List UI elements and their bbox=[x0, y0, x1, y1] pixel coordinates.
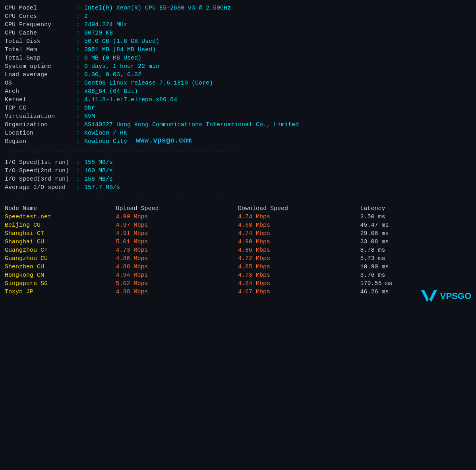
network-header-row: Node Name Upload Speed Download Speed La… bbox=[5, 204, 471, 213]
io-avg-value: 157.7 MB/s bbox=[84, 183, 471, 192]
download-speed-cell: 4.68 Mbps bbox=[238, 221, 360, 229]
kernel-row: Kernel : 4.11.8-1.el7.elrepo.x86_64 bbox=[5, 96, 471, 104]
total-swap-label: Total Swap bbox=[5, 54, 76, 62]
logo-container: VPSGO bbox=[5, 288, 471, 304]
network-row: Guangzhou CU4.86 Mbps4.72 Mbps5.73 ms bbox=[5, 254, 471, 263]
download-speed-cell: 4.90 Mbps bbox=[238, 238, 360, 246]
network-row: Hongkong CN4.94 Mbps4.73 Mbps3.76 ms bbox=[5, 271, 471, 279]
node-name-cell: Shanghai CT bbox=[5, 229, 116, 238]
io-run3-label: I/O Speed(3rd run) bbox=[5, 175, 76, 183]
upload-speed-cell: 4.88 Mbps bbox=[116, 263, 238, 271]
divider-1: ----------------------------------------… bbox=[5, 149, 471, 155]
node-name-cell: Singapore SG bbox=[5, 279, 116, 288]
col-latency: Latency bbox=[360, 204, 471, 213]
network-row: Shanghai CU5.01 Mbps4.90 Mbps33.08 ms bbox=[5, 238, 471, 246]
total-disk-label: Total Disk bbox=[5, 37, 76, 46]
col-download-speed: Download Speed bbox=[238, 204, 360, 213]
region-value: Kowloon City www.vpsgo.com bbox=[84, 137, 471, 146]
network-row: Shenzhen CU4.88 Mbps4.85 Mbps10.90 ms bbox=[5, 263, 471, 271]
virt-label: Virtualization bbox=[5, 112, 76, 121]
cpu-model-label: CPU Model bbox=[5, 4, 76, 12]
network-table: Node Name Upload Speed Download Speed La… bbox=[5, 204, 471, 296]
io-run3-row: I/O Speed(3rd run) : 158 MB/s bbox=[5, 175, 471, 183]
virt-value: KVM bbox=[84, 112, 471, 121]
node-name-cell: Speedtest.net bbox=[5, 213, 116, 221]
latency-cell: 3.76 ms bbox=[360, 271, 471, 279]
node-name-cell: Guangzhou CU bbox=[5, 254, 116, 263]
os-row: OS : CentOS Linux release 7.6.1810 (Core… bbox=[5, 79, 471, 87]
arch-label: Arch bbox=[5, 87, 76, 96]
location-value: Kowloon / HK bbox=[84, 129, 471, 137]
network-row: Shanghai CT4.91 Mbps4.74 Mbps29.06 ms bbox=[5, 229, 471, 238]
virt-row: Virtualization : KVM bbox=[5, 112, 471, 121]
download-speed-cell: 4.84 Mbps bbox=[238, 279, 360, 288]
cpu-cache-label: CPU Cache bbox=[5, 29, 76, 37]
load-row: Load average : 0.00, 0.03, 0.02 bbox=[5, 71, 471, 79]
node-name-cell: Shenzhen CU bbox=[5, 263, 116, 271]
latency-cell: 2.50 ms bbox=[360, 213, 471, 221]
total-disk-value: 50.0 GB (1.6 GB Used) bbox=[84, 37, 471, 46]
cpu-model-value: Intel(R) Xeon(R) CPU E5-2680 v3 @ 2.50GH… bbox=[84, 4, 471, 12]
arch-value: x86_64 (64 Bit) bbox=[84, 87, 471, 96]
total-disk-row: Total Disk : 50.0 GB (1.6 GB Used) bbox=[5, 37, 471, 46]
arch-row: Arch : x86_64 (64 Bit) bbox=[5, 87, 471, 96]
network-row: Singapore SG5.02 Mbps4.84 Mbps179.55 ms bbox=[5, 279, 471, 288]
download-speed-cell: 4.72 Mbps bbox=[238, 254, 360, 263]
vpsgo-text-label: VPSGO bbox=[440, 291, 471, 301]
latency-cell: 5.73 ms bbox=[360, 254, 471, 263]
total-swap-value: 0 MB (0 MB Used) bbox=[84, 54, 471, 62]
upload-speed-cell: 4.86 Mbps bbox=[116, 254, 238, 263]
system-info-table: CPU Model : Intel(R) Xeon(R) CPU E5-2680… bbox=[5, 4, 471, 146]
latency-cell: 10.90 ms bbox=[360, 263, 471, 271]
download-speed-cell: 4.86 Mbps bbox=[238, 246, 360, 254]
divider-2: ----------------------------------------… bbox=[5, 195, 471, 201]
upload-speed-cell: 5.01 Mbps bbox=[116, 238, 238, 246]
io-avg-label: Average I/O speed bbox=[5, 183, 76, 192]
latency-cell: 29.06 ms bbox=[360, 229, 471, 238]
tcp-label: TCP CC bbox=[5, 104, 76, 112]
cpu-model-row: CPU Model : Intel(R) Xeon(R) CPU E5-2680… bbox=[5, 4, 471, 12]
network-row: Guangzhou CT4.73 Mbps4.86 Mbps8.78 ms bbox=[5, 246, 471, 254]
load-label: Load average bbox=[5, 71, 76, 79]
cpu-cores-label: CPU Cores bbox=[5, 12, 76, 21]
latency-cell: 8.78 ms bbox=[360, 246, 471, 254]
total-mem-value: 3951 MB (84 MB Used) bbox=[84, 46, 471, 54]
os-label: OS bbox=[5, 79, 76, 87]
cpu-freq-value: 2494.224 MHz bbox=[84, 21, 471, 29]
latency-cell: 45.47 ms bbox=[360, 221, 471, 229]
io-run3-value: 158 MB/s bbox=[84, 175, 471, 183]
io-run2-value: 160 MB/s bbox=[84, 167, 471, 175]
io-run1-row: I/O Speed(1st run) : 155 MB/s bbox=[5, 158, 471, 167]
org-label: Organization bbox=[5, 121, 76, 129]
node-name-cell: Beijing CU bbox=[5, 221, 116, 229]
upload-speed-cell: 4.99 Mbps bbox=[116, 213, 238, 221]
watermark: www.vpsgo.com bbox=[136, 137, 192, 144]
latency-cell: 33.08 ms bbox=[360, 238, 471, 246]
upload-speed-cell: 4.94 Mbps bbox=[116, 271, 238, 279]
location-row: Location : Kowloon / HK bbox=[5, 129, 471, 137]
cpu-freq-row: CPU Frequency : 2494.224 MHz bbox=[5, 21, 471, 29]
cpu-freq-label: CPU Frequency bbox=[5, 21, 76, 29]
col-upload-speed: Upload Speed bbox=[116, 204, 238, 213]
node-name-cell: Shanghai CU bbox=[5, 238, 116, 246]
cpu-cache-row: CPU Cache : 30720 KB bbox=[5, 29, 471, 37]
uptime-row: System uptime : 0 days, 1 hour 22 min bbox=[5, 62, 471, 71]
node-name-cell: Guangzhou CT bbox=[5, 246, 116, 254]
upload-speed-cell: 4.91 Mbps bbox=[116, 229, 238, 238]
cpu-cores-row: CPU Cores : 2 bbox=[5, 12, 471, 21]
uptime-label: System uptime bbox=[5, 62, 76, 71]
total-swap-row: Total Swap : 0 MB (0 MB Used) bbox=[5, 54, 471, 62]
io-table: I/O Speed(1st run) : 155 MB/s I/O Speed(… bbox=[5, 158, 471, 192]
vpsgo-logo: VPSGO bbox=[421, 288, 471, 304]
org-row: Organization : AS140227 Hong Kong Commun… bbox=[5, 121, 471, 129]
download-speed-cell: 4.74 Mbps bbox=[238, 229, 360, 238]
total-mem-row: Total Mem : 3951 MB (84 MB Used) bbox=[5, 46, 471, 54]
load-value: 0.00, 0.03, 0.02 bbox=[84, 71, 471, 79]
io-run1-value: 155 MB/s bbox=[84, 158, 471, 167]
download-speed-cell: 4.74 Mbps bbox=[238, 213, 360, 221]
svg-marker-0 bbox=[421, 290, 437, 302]
io-run2-label: I/O Speed(2nd run) bbox=[5, 167, 76, 175]
kernel-label: Kernel bbox=[5, 96, 76, 104]
os-value: CentOS Linux release 7.6.1810 (Core) bbox=[84, 79, 471, 87]
kernel-value: 4.11.8-1.el7.elrepo.x86_64 bbox=[84, 96, 471, 104]
